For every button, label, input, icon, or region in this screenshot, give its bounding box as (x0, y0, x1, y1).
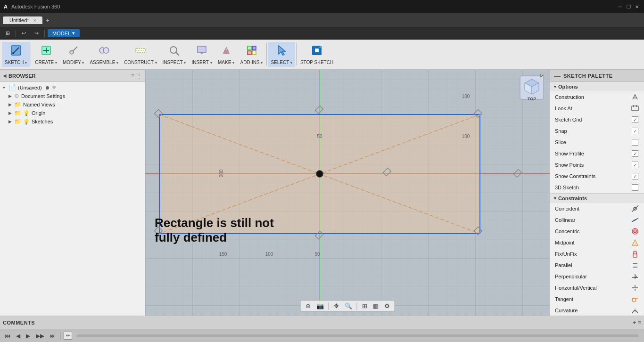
toolbar-make[interactable]: MAKE ▾ (215, 42, 238, 67)
model-dropdown[interactable]: MODEL ▾ (48, 29, 80, 37)
timeline-rewind-button[interactable]: ⏮ (3, 332, 12, 340)
origin-arrow-icon: ▶ (8, 111, 14, 115)
grid-button[interactable]: ⊞ (3, 29, 13, 37)
toolbar-sep-1 (31, 43, 31, 65)
add-tab-button[interactable]: + (45, 16, 49, 24)
comments-menu-icon[interactable]: ≡ (638, 319, 641, 326)
minimize-button[interactable]: ─ (617, 3, 623, 10)
show-points-checkbox[interactable]: ✓ (631, 161, 639, 169)
redo-button[interactable]: ↪ (32, 29, 41, 37)
toolbar-assemble[interactable]: ASSEMBLE ▾ (87, 42, 121, 67)
modify-label: MODIFY ▾ (63, 60, 84, 65)
palette-row-coincident[interactable]: Coincident (550, 203, 644, 214)
palette-collapse-icon[interactable]: — (554, 72, 561, 80)
restore-button[interactable]: ❐ (625, 3, 632, 10)
palette-row-parallel[interactable]: Parallel (550, 260, 644, 271)
action-bar: ⊞ ↩ ↪ MODEL ▾ (0, 27, 644, 40)
timeline-end-button[interactable]: ⏭ (48, 332, 58, 340)
palette-row-show-constraints[interactable]: Show Constraints ✓ (550, 171, 644, 182)
active-tab[interactable]: Untitled* × (3, 16, 42, 24)
toolbar-modify[interactable]: MODIFY ▾ (60, 42, 87, 67)
toolbar-sketch[interactable]: SKETCH ▾ (2, 42, 30, 67)
options-header[interactable]: ▾ Options (550, 82, 644, 91)
palette-row-sketch-grid[interactable]: Sketch Grid ✓ (550, 114, 644, 125)
view-fit-icon[interactable]: ⊕ (304, 301, 313, 310)
tree-item-sketches[interactable]: ▶ 📁 💡 Sketches (0, 117, 145, 126)
timeline-sketch-item[interactable]: ✏ (64, 332, 72, 340)
palette-row-collinear[interactable]: Collinear (550, 214, 644, 226)
tab-bar: Untitled* × + (0, 13, 644, 27)
slice-checkbox[interactable] (631, 138, 639, 147)
3d-sketch-checkbox[interactable] (631, 183, 639, 192)
tangent-label: Tangent (555, 296, 631, 302)
show-constraints-checkbox[interactable]: ✓ (631, 172, 639, 180)
vt-sep-1 (329, 302, 329, 310)
undo-button[interactable]: ↩ (19, 29, 29, 37)
palette-row-fix-unfix[interactable]: Fix/UnFix (550, 248, 644, 260)
named-views-folder-icon: 📁 (14, 101, 21, 108)
view-camera-icon[interactable]: 📷 (314, 301, 326, 310)
toolbar-stop-sketch[interactable]: STOP SKETCH (297, 42, 336, 67)
constraints-header[interactable]: ▾ Constraints (550, 194, 644, 203)
palette-row-3d-sketch[interactable]: 3D Sketch (550, 182, 644, 193)
close-tab-icon[interactable]: × (33, 18, 36, 23)
toolbar-construct[interactable]: CONSTRUCT ▾ (121, 42, 159, 67)
palette-section-options: ▾ Options Construction Look At Sketch Gr… (550, 82, 644, 194)
palette-row-show-points[interactable]: Show Points ✓ (550, 159, 644, 171)
origin-light-icon: 💡 (23, 110, 30, 116)
left-panel: ◀ BROWSER ≡ ⋮ ▾ 📄 (Unsaved) ⏺ 👁 ▶ ⚙ Docu… (0, 70, 145, 316)
palette-section-constraints: ▾ Constraints Coincident Collinear Conce… (550, 194, 644, 316)
view-toolbar: ⊕ 📷 ✥ 🔍 ⊞ ▦ ⚙ (300, 300, 395, 312)
browser-more-icon[interactable]: ⋮ (136, 73, 142, 79)
tree-item-doc-settings[interactable]: ▶ ⚙ Document Settings (0, 92, 145, 100)
toolbar-add-ins[interactable]: ADD-INS ▾ (238, 42, 266, 67)
timeline-play-button[interactable]: ▶ (24, 332, 32, 340)
coincident-icon (631, 204, 639, 213)
snap-checkbox[interactable]: ✓ (631, 127, 639, 135)
close-button[interactable]: ✕ (634, 3, 640, 10)
parallel-label: Parallel (555, 262, 631, 268)
toolbar-create[interactable]: CREATE ▾ (32, 42, 60, 67)
toolbar-insert[interactable]: INSERT ▾ (189, 42, 215, 67)
action-sep-1 (16, 30, 16, 37)
palette-row-slice[interactable]: Slice (550, 137, 644, 148)
canvas-area[interactable]: 50 100 200 150 100 50 100 Rectangle is s… (145, 70, 550, 316)
show-profile-label: Show Profile (555, 151, 631, 156)
svg-point-6 (70, 50, 74, 54)
svg-line-59 (633, 220, 636, 221)
palette-row-snap[interactable]: Snap ✓ (550, 125, 644, 137)
toolbar-inspect[interactable]: INSPECT ▾ (160, 42, 189, 67)
tree-item-origin[interactable]: ▶ 📁 💡 Origin (0, 109, 145, 117)
svg-rect-20 (315, 49, 319, 52)
sketches-folder-icon: 📁 (14, 118, 21, 125)
toolbar-select[interactable]: SELECT ▾ (268, 42, 295, 67)
palette-row-horizontal-vertical[interactable]: Horizontal/Vertical (550, 282, 644, 293)
palette-row-curvature[interactable]: Curvature (550, 305, 644, 316)
palette-row-construction[interactable]: Construction (550, 91, 644, 103)
tree-item-named-views[interactable]: ▶ 📁 Named Views (0, 100, 145, 109)
show-profile-checkbox[interactable]: ✓ (631, 149, 639, 158)
options-triangle-icon: ▾ (554, 84, 556, 89)
timeline-prev-button[interactable]: ◀ (14, 332, 22, 340)
sketch-grid-checkbox[interactable]: ✓ (631, 115, 639, 124)
palette-row-concentric[interactable]: Concentric (550, 226, 644, 237)
browser-menu-icon[interactable]: ≡ (131, 73, 134, 79)
timeline-next-button[interactable]: ▶▶ (34, 332, 46, 340)
palette-row-show-profile[interactable]: Show Profile ✓ (550, 148, 644, 159)
svg-text:50: 50 (314, 252, 320, 257)
view-settings-icon[interactable]: ⚙ (382, 301, 392, 310)
palette-row-midpoint[interactable]: Midpoint (550, 237, 644, 248)
view-cube[interactable]: TOP (518, 73, 546, 102)
svg-line-56 (632, 205, 638, 212)
comments-add-icon[interactable]: + (633, 319, 636, 326)
palette-row-look-at[interactable]: Look At (550, 103, 644, 114)
toolbar-sep-2 (266, 43, 267, 65)
view-grid-icon[interactable]: ⊞ (360, 301, 369, 310)
view-pan-icon[interactable]: ✥ (332, 301, 341, 310)
view-layout-icon[interactable]: ▦ (371, 301, 380, 310)
view-zoom-in-icon[interactable]: 🔍 (343, 301, 354, 310)
browser-collapse-icon[interactable]: ◀ (3, 73, 7, 78)
palette-row-perpendicular[interactable]: Perpendicular (550, 271, 644, 282)
palette-row-tangent[interactable]: Tangent (550, 293, 644, 305)
tree-item-unsaved[interactable]: ▾ 📄 (Unsaved) ⏺ 👁 (0, 83, 145, 92)
